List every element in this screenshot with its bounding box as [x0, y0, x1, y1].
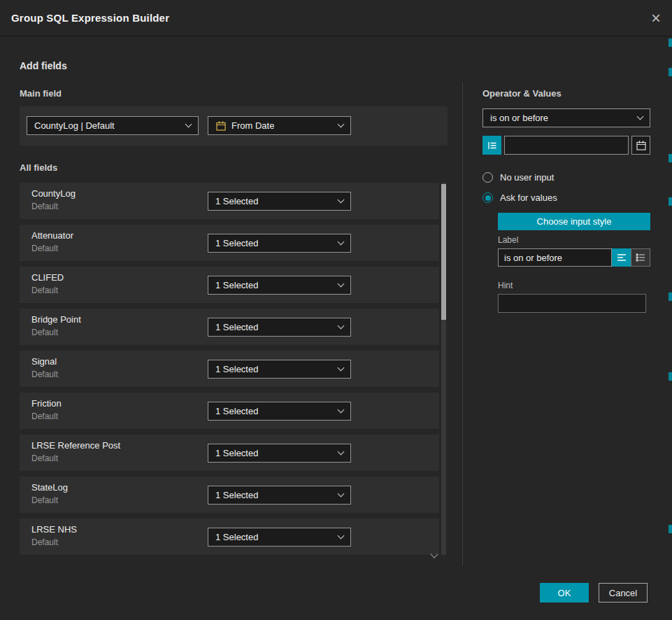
field-row: CountyLog Default 1 Selected — [20, 183, 439, 219]
group-sql-expression-builder-dialog: { "dialog": { "title": "Group SQL Expres… — [0, 0, 672, 620]
calendar-icon — [215, 120, 227, 132]
field-selection-value: 1 Selected — [215, 196, 258, 206]
background-edge-mark — [669, 68, 672, 76]
operator-values-heading: Operator & Values — [482, 88, 562, 99]
field-subtitle: Default — [31, 369, 58, 379]
background-edge-mark — [669, 154, 672, 162]
field-selection-value: 1 Selected — [215, 238, 258, 248]
field-row: Signal Default 1 Selected — [20, 351, 439, 387]
field-selection-dropdown[interactable]: 1 Selected — [208, 234, 351, 253]
field-row: Bridge Point Default 1 Selected — [20, 309, 439, 345]
dialog-title: Group SQL Expression Builder — [11, 12, 169, 24]
field-subtitle: Default — [31, 537, 77, 547]
field-selection-dropdown[interactable]: 1 Selected — [208, 444, 351, 463]
field-row-text: Friction Default — [31, 398, 62, 421]
hint-input[interactable] — [498, 294, 646, 313]
field-selection-value: 1 Selected — [215, 322, 258, 332]
main-layer-dropdown[interactable]: CountyLog | Default — [27, 116, 199, 135]
radio-ask-for-values[interactable]: Ask for values — [482, 192, 557, 203]
field-subtitle: Default — [31, 244, 73, 253]
ok-button[interactable]: OK — [540, 583, 589, 603]
field-name: LRSE NHS — [31, 524, 77, 535]
field-name: Bridge Point — [31, 314, 81, 325]
field-selection-dropdown[interactable]: 1 Selected — [208, 486, 351, 505]
field-selection-dropdown[interactable]: 1 Selected — [208, 402, 351, 421]
field-row-text: Attenuator Default — [31, 230, 73, 253]
chevron-down-icon — [637, 113, 644, 120]
label-input[interactable] — [498, 248, 612, 267]
label-field-label: Label — [498, 235, 518, 245]
hint-field-label: Hint — [498, 281, 513, 290]
chevron-down-icon — [338, 323, 345, 330]
input-style-text-button[interactable] — [612, 248, 631, 267]
field-selection-dropdown[interactable]: 1 Selected — [208, 276, 351, 295]
field-row-text: Bridge Point Default — [31, 314, 81, 337]
main-field-row: CountyLog | Default From Date — [20, 106, 448, 146]
radio-ask-for-values-label: Ask for values — [500, 192, 557, 203]
background-edge-mark — [669, 372, 672, 381]
field-selection-dropdown[interactable]: 1 Selected — [208, 360, 351, 379]
field-row-text: CountyLog Default — [31, 188, 76, 211]
field-row: Friction Default 1 Selected — [20, 393, 439, 429]
chevron-down-icon — [338, 197, 345, 204]
field-row: Attenuator Default 1 Selected — [20, 225, 439, 261]
radio-no-user-input[interactable]: No user input — [482, 172, 554, 183]
field-name: CLIFED — [31, 272, 64, 283]
close-icon[interactable]: × — [651, 10, 661, 27]
field-row-text: StateLog Default — [31, 482, 68, 505]
chevron-down-icon — [338, 407, 345, 414]
field-name: LRSE Reference Post — [31, 440, 120, 451]
field-row: LRSE NHS Default 1 Selected — [20, 519, 439, 555]
radio-unselected-icon — [482, 172, 493, 183]
choose-input-style-button[interactable]: Choose input style — [498, 213, 650, 230]
background-edge-mark — [669, 197, 672, 206]
field-name: CountyLog — [31, 188, 76, 199]
field-row: StateLog Default 1 Selected — [20, 477, 439, 513]
title-bar: Group SQL Expression Builder × — [0, 0, 672, 36]
field-row-text: Signal Default — [31, 356, 58, 379]
field-selection-value: 1 Selected — [215, 364, 258, 374]
main-date-field-dropdown[interactable]: From Date — [208, 116, 351, 135]
all-fields-label: All fields — [20, 162, 57, 173]
list-scrollbar-thumb[interactable] — [441, 184, 446, 320]
field-subtitle: Default — [31, 495, 68, 505]
field-selection-dropdown[interactable]: 1 Selected — [208, 528, 351, 547]
field-name: Attenuator — [31, 230, 73, 241]
input-style-list-button[interactable] — [631, 248, 650, 267]
operator-dropdown[interactable]: is on or before — [482, 108, 650, 127]
field-name: Friction — [31, 398, 62, 409]
chevron-down-icon — [338, 281, 345, 288]
field-selection-value: 1 Selected — [215, 448, 258, 458]
chevron-down-icon — [338, 239, 345, 246]
field-selection-dropdown[interactable]: 1 Selected — [208, 318, 351, 337]
field-selection-dropdown[interactable]: 1 Selected — [208, 192, 351, 211]
list-scrollbar-track[interactable] — [441, 183, 446, 555]
bulleted-list-icon — [635, 252, 646, 263]
chevron-down-icon — [338, 365, 345, 372]
main-layer-value: CountyLog | Default — [34, 120, 115, 131]
chevron-down-icon — [338, 449, 345, 456]
main-date-field-value: From Date — [231, 120, 274, 131]
cancel-button[interactable]: Cancel — [599, 583, 648, 603]
field-row: CLIFED Default 1 Selected — [20, 267, 439, 303]
chevron-down-icon — [185, 121, 192, 128]
align-left-icon — [616, 252, 627, 263]
value-input[interactable] — [504, 136, 629, 155]
add-fields-heading: Add fields — [20, 60, 67, 71]
field-selection-value: 1 Selected — [215, 532, 258, 542]
field-name: StateLog — [31, 482, 68, 493]
field-row-text: CLIFED Default — [31, 272, 64, 295]
field-subtitle: Default — [31, 202, 76, 211]
main-field-label: Main field — [20, 88, 62, 99]
field-subtitle: Default — [31, 327, 81, 337]
calendar-icon — [636, 140, 647, 151]
field-subtitle: Default — [31, 411, 62, 421]
chevron-down-icon — [338, 533, 345, 540]
field-row: LRSE Reference Post Default 1 Selected — [20, 435, 439, 471]
date-picker-button[interactable] — [631, 136, 650, 155]
radio-selected-icon — [482, 192, 493, 203]
chevron-down-icon — [338, 491, 345, 498]
value-source-toggle-button[interactable] — [482, 136, 501, 155]
field-selection-value: 1 Selected — [215, 406, 258, 416]
background-edge-mark — [669, 525, 672, 533]
